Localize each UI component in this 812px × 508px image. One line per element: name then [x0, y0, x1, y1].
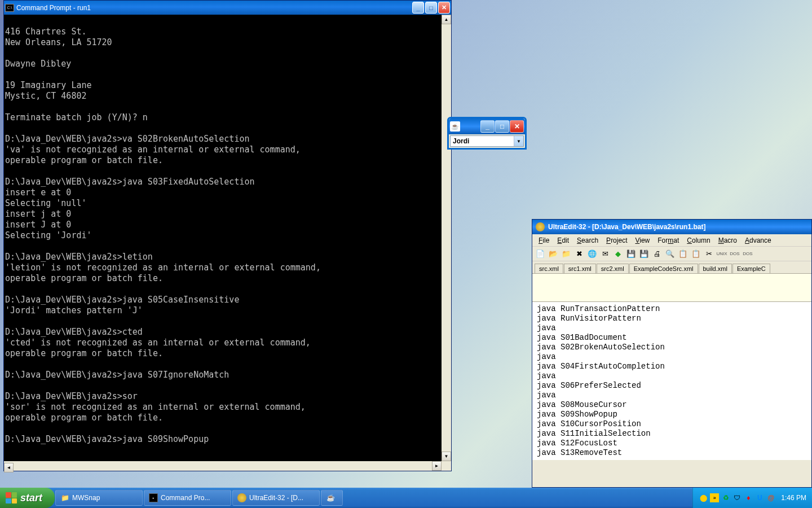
ultraedit-icon — [237, 493, 246, 502]
ultraedit-menubar: File Edit Search Project View Format Col… — [532, 234, 811, 247]
folder-icon[interactable]: 📁 — [561, 248, 572, 260]
close-button[interactable]: ✕ — [438, 2, 450, 14]
scroll-up-button[interactable]: ▲ — [442, 15, 451, 24]
cmd-icon: ▪ — [149, 493, 158, 502]
maximize-button[interactable]: □ — [425, 2, 437, 14]
web-icon[interactable]: 🌐 — [586, 248, 598, 260]
cmd-vertical-scrollbar[interactable]: ▲ ▼ — [442, 15, 451, 471]
tab-src-xml[interactable]: src.xml — [535, 264, 563, 273]
open-file-icon[interactable]: 📂 — [548, 248, 559, 260]
tab-src1-xml[interactable]: src1.xml — [564, 264, 596, 273]
cmd-output[interactable]: 416 Chartres St. New Orleans, LA 51720 D… — [4, 15, 442, 471]
java-combobox[interactable]: Jordi ▼ — [450, 135, 524, 147]
start-label: start — [20, 492, 42, 504]
taskbar: start 📁 MWSnap ▪ Command Pro... UltraEdi… — [0, 488, 812, 508]
scroll-right-button[interactable]: ► — [432, 461, 442, 471]
folder-icon: 📁 — [60, 493, 69, 502]
ultraedit-title: UltraEdit-32 - [D:\Java_Dev\WEB\java2s\r… — [548, 223, 705, 231]
java-icon: ☕ — [326, 493, 335, 502]
tray-icon-2[interactable]: » — [710, 493, 719, 502]
dos-icon[interactable]: DOS — [729, 248, 740, 260]
minimize-button[interactable]: _ — [412, 2, 424, 14]
mail-icon[interactable]: ✉ — [599, 248, 611, 260]
menu-project[interactable]: Project — [602, 235, 631, 246]
copy-icon[interactable]: 📋 — [677, 248, 689, 260]
system-tray: ⬤ » ♻ 🛡 ♦ U @ 1:46 PM — [692, 488, 812, 508]
taskbar-item-java[interactable]: ☕ — [321, 490, 343, 506]
tray-icon-1[interactable]: ⬤ — [699, 493, 708, 502]
command-prompt-window: C:\ Command Prompt - run1 _ □ ✕ 416 Char… — [3, 0, 452, 471]
scroll-left-button[interactable]: ◄ — [4, 463, 14, 472]
cut-icon[interactable]: ✂ — [703, 248, 714, 260]
combobox-value[interactable]: Jordi — [451, 136, 514, 146]
ultraedit-editor-content[interactable]: java RunTransactionPattern java RunVisit… — [532, 302, 811, 460]
new-file-icon[interactable]: 📄 — [535, 248, 546, 260]
tray-icon-u[interactable]: U — [755, 493, 764, 502]
menu-format[interactable]: Format — [654, 235, 683, 246]
start-button[interactable]: start — [0, 488, 55, 508]
cmd-app-icon: C:\ — [5, 4, 14, 12]
preview-icon[interactable]: 🔍 — [664, 248, 676, 260]
ultraedit-tabs: src.xml src1.xml src2.xml ExampleCodeSrc… — [532, 261, 811, 274]
taskbar-clock[interactable]: 1:46 PM — [781, 494, 806, 502]
menu-edit[interactable]: Edit — [553, 235, 573, 246]
print-icon[interactable]: 🖨 — [651, 248, 663, 260]
task-label: UltraEdit-32 - [D... — [249, 494, 303, 502]
tray-icon-red[interactable]: ♦ — [744, 493, 753, 502]
java-titlebar[interactable]: ☕ _ □ ✕ — [449, 119, 525, 134]
menu-file[interactable]: File — [535, 235, 553, 246]
tab-examplecodesrc-xml[interactable]: ExampleCodeSrc.xml — [629, 264, 698, 273]
windows-logo-icon — [6, 492, 17, 503]
task-label: Command Pro... — [161, 494, 210, 502]
java-popup-window: ☕ _ □ ✕ Jordi ▼ — [447, 117, 527, 150]
taskbar-item-command-prompt[interactable]: ▪ Command Pro... — [144, 490, 231, 506]
paste-icon[interactable]: 📋 — [690, 248, 701, 260]
java-cup-icon: ☕ — [450, 121, 460, 132]
close-file-icon[interactable]: ✖ — [573, 248, 585, 260]
tray-icon-3[interactable]: ♻ — [721, 493, 730, 502]
green-icon[interactable]: ◆ — [612, 248, 624, 260]
menu-macro[interactable]: Macro — [714, 235, 741, 246]
java-maximize-button[interactable]: □ — [495, 120, 509, 133]
task-label: MWSnap — [72, 494, 100, 502]
menu-search[interactable]: Search — [573, 235, 602, 246]
cmd-titlebar[interactable]: C:\ Command Prompt - run1 _ □ ✕ — [4, 1, 451, 15]
unix-icon[interactable]: UNIX — [716, 248, 727, 260]
tab-build-xml[interactable]: build.xml — [699, 264, 732, 273]
tray-icon-at[interactable]: @ — [766, 493, 775, 502]
menu-column[interactable]: Column — [683, 235, 714, 246]
java-minimize-button[interactable]: _ — [480, 120, 495, 133]
cmd-horizontal-scrollbar[interactable]: ◄ ► — [4, 461, 442, 471]
tab-example[interactable]: ExampleC — [732, 264, 770, 273]
tab-src2-xml[interactable]: src2.xml — [597, 264, 629, 273]
tray-icon-shield[interactable]: 🛡 — [732, 493, 742, 502]
taskbar-item-ultraedit[interactable]: UltraEdit-32 - [D... — [232, 490, 320, 506]
save-icon[interactable]: 💾 — [625, 248, 637, 260]
java-close-button[interactable]: ✕ — [510, 120, 524, 133]
menu-advanced[interactable]: Advance — [741, 235, 775, 246]
ultraedit-window: UltraEdit-32 - [D:\Java_Dev\WEB\java2s\r… — [532, 219, 812, 488]
save-all-icon[interactable]: 💾 — [638, 248, 650, 260]
cmd-title: Command Prompt - run1 — [16, 4, 412, 12]
taskbar-item-mwsnap[interactable]: 📁 MWSnap — [55, 490, 143, 506]
mac-icon[interactable]: DOS — [742, 248, 753, 260]
ultraedit-app-icon — [536, 222, 545, 231]
ultraedit-toolbar: 📄 📂 📁 ✖ 🌐 ✉ ◆ 💾 💾 🖨 🔍 📋 📋 ✂ UNIX DOS DOS — [532, 247, 811, 261]
combobox-dropdown-button[interactable]: ▼ — [514, 136, 523, 146]
scroll-down-button[interactable]: ▼ — [442, 452, 451, 461]
menu-view[interactable]: View — [631, 235, 654, 246]
ultraedit-titlebar[interactable]: UltraEdit-32 - [D:\Java_Dev\WEB\java2s\r… — [532, 220, 811, 234]
ultraedit-blank-area — [532, 274, 811, 302]
